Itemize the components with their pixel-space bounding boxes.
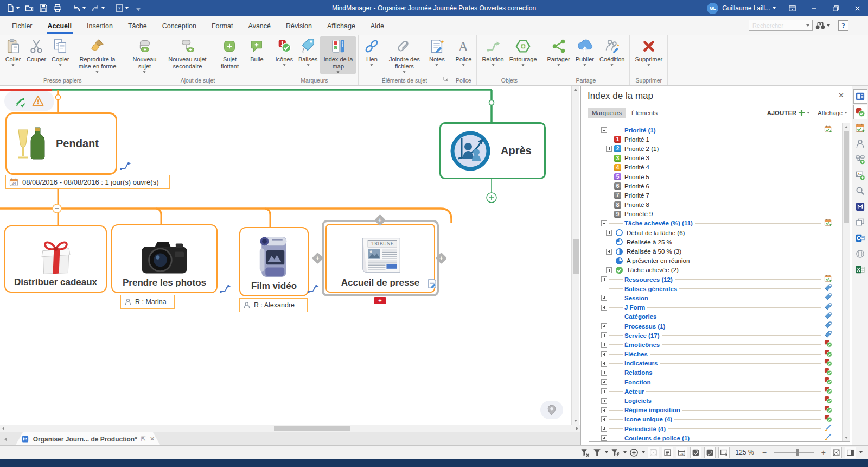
user-name[interactable]: Guillaume Laill... bbox=[722, 4, 770, 12]
undo-button[interactable] bbox=[69, 0, 88, 16]
panel-close-icon[interactable]: ✕ bbox=[838, 91, 844, 99]
tree-group-processus-1[interactable]: Processus (1) bbox=[589, 321, 850, 331]
search-input[interactable] bbox=[749, 20, 813, 31]
add-subtopic-badge[interactable]: + bbox=[374, 297, 386, 304]
tree-item-realisee-a-25[interactable]: Réalisée à 25 % bbox=[589, 237, 850, 247]
relationship-icon[interactable] bbox=[219, 283, 231, 296]
tree-group-emoticones[interactable]: Émoticônes bbox=[589, 340, 850, 349]
resource-marina[interactable]: R : Marina bbox=[120, 295, 175, 309]
map-canvas[interactable]: Pendant 24 08/08/2016 - 08/08/2016 : 1 j… bbox=[0, 86, 580, 425]
tree-group-indicateurs[interactable]: Indicateurs bbox=[589, 359, 850, 368]
balises-button[interactable]: Balises bbox=[296, 36, 320, 67]
icones-button[interactable]: 1Icônes bbox=[272, 36, 295, 67]
find-button[interactable] bbox=[815, 21, 830, 30]
tree-group-couleurs-de-police-1[interactable]: Couleurs de police (1) bbox=[589, 433, 850, 442]
topic-prendre-les-photos[interactable]: Prendre les photos bbox=[111, 224, 218, 293]
tag-blue-icon[interactable] bbox=[824, 283, 832, 294]
panel-layout-button[interactable] bbox=[845, 447, 856, 458]
expand-icon[interactable] bbox=[601, 388, 607, 394]
lien-button[interactable]: Lien bbox=[361, 36, 382, 67]
search-dropdown-icon[interactable] bbox=[806, 24, 809, 27]
tree-item-priorite-4[interactable]: 4Priorité 4 bbox=[589, 163, 850, 172]
marker-set-icon[interactable] bbox=[824, 414, 832, 425]
expand-icon[interactable] bbox=[606, 230, 612, 236]
tree-item-a-presenter-en-reunion[interactable]: A présenter en réunion bbox=[589, 256, 850, 266]
resources-panel-button[interactable] bbox=[853, 136, 867, 151]
index-de-la-map-button[interactable]: Index de la map bbox=[320, 36, 356, 74]
scroll-right-icon[interactable] bbox=[576, 427, 578, 430]
tree-scrollbar[interactable] bbox=[842, 123, 850, 441]
tree-group-priorite-1[interactable]: Priorité (1) bbox=[589, 125, 850, 135]
tree-group-session[interactable]: Session bbox=[589, 293, 850, 302]
markers-panel-button[interactable] bbox=[853, 105, 867, 119]
reproduire-la-mise-en-forme-button[interactable]: Reproduire la mise en forme bbox=[72, 36, 123, 74]
tab-nav-left-icon[interactable] bbox=[4, 437, 7, 441]
joindre-des-fichiers-button[interactable]: Joindre des fichiers bbox=[382, 36, 426, 74]
tab-affichage[interactable]: Affichage bbox=[320, 18, 363, 35]
tree-group-logiciels[interactable]: Logiciels bbox=[589, 396, 850, 405]
tree-group-categories[interactable]: Catégories bbox=[589, 312, 850, 321]
user-menu-chevron-icon[interactable] bbox=[773, 7, 776, 9]
tree-item-debut-de-la-tache-6[interactable]: Début de la tâche (6) bbox=[589, 228, 850, 237]
tree-group-j-form[interactable]: J Form bbox=[589, 303, 850, 312]
expand-icon[interactable] bbox=[601, 323, 607, 329]
topic-apres[interactable]: Après bbox=[439, 122, 546, 179]
tree-item-priorite-6[interactable]: 6Priorité 6 bbox=[589, 181, 850, 191]
tab-fichier[interactable]: Fichier bbox=[4, 18, 40, 35]
bulle-button[interactable]: Bulle bbox=[246, 36, 267, 64]
outlook-panel-button[interactable] bbox=[853, 231, 867, 245]
collapse-icon[interactable] bbox=[601, 220, 607, 226]
expand-icon[interactable] bbox=[601, 426, 607, 432]
tag-blue-icon[interactable] bbox=[824, 330, 832, 340]
tag-mode-button[interactable] bbox=[690, 447, 701, 458]
ribbon-display-options-button[interactable] bbox=[781, 0, 803, 16]
pen-mode-button[interactable] bbox=[704, 447, 716, 458]
add-marker-button[interactable]: AJOUTER bbox=[767, 110, 797, 116]
tree-item-realisee-a-50-3[interactable]: Réalisée à 50 % (3) bbox=[589, 247, 850, 256]
excel-panel-button[interactable] bbox=[853, 262, 867, 277]
expand-icon[interactable] bbox=[601, 370, 607, 376]
help-button[interactable]: ? bbox=[838, 20, 848, 31]
police-button[interactable]: APolice bbox=[452, 36, 474, 67]
filter-button[interactable] bbox=[592, 448, 602, 457]
schedule-view-button[interactable]: 24 bbox=[676, 447, 687, 458]
partager-button[interactable]: Partager bbox=[545, 36, 573, 67]
notes-indicator-icon[interactable] bbox=[427, 279, 437, 291]
tree-item-tache-achevee-2[interactable]: Tâche achevée (2) bbox=[589, 266, 850, 275]
canvas-vertical-scrollbar[interactable] bbox=[571, 86, 579, 425]
tree-group-periodicite-4[interactable]: Périodicité (4) bbox=[589, 424, 850, 433]
tree-group-regime-imposition[interactable]: Régime imposition bbox=[589, 406, 850, 415]
filter-remove-button[interactable] bbox=[580, 448, 590, 457]
tree-group-tache-achevee-11[interactable]: Tâche achevée (%) (11) bbox=[589, 219, 850, 228]
scroll-up-icon[interactable] bbox=[845, 126, 848, 128]
expand-icon[interactable] bbox=[601, 379, 607, 385]
scroll-down-icon[interactable] bbox=[845, 437, 848, 439]
entourage-button[interactable]: Entourage bbox=[507, 36, 540, 67]
expand-icon[interactable] bbox=[601, 332, 607, 338]
expand-icon[interactable] bbox=[601, 361, 607, 367]
topic-accueil-de-presse[interactable]: TRIBUNE Accueil de presse bbox=[326, 224, 435, 293]
tree-item-priorite-1[interactable]: 1Priorité 1 bbox=[589, 135, 850, 144]
tab-close-icon[interactable]: ✕ bbox=[150, 436, 155, 443]
expand-icon[interactable] bbox=[606, 267, 612, 273]
tree-item-priorite-5[interactable]: 5Priorité 5 bbox=[589, 172, 850, 181]
marker-set-icon[interactable] bbox=[824, 386, 832, 396]
tree-group-ressources-12[interactable]: Ressources (12) bbox=[589, 275, 850, 284]
dialog-launcher-icon[interactable] bbox=[443, 73, 448, 83]
calendar-add-icon[interactable] bbox=[824, 274, 832, 285]
supprimer-button[interactable]: Supprimer bbox=[632, 36, 665, 67]
calendar-add-icon[interactable] bbox=[824, 218, 832, 229]
tree-group-fleches[interactable]: Flèches bbox=[589, 350, 850, 359]
tag-blue-icon[interactable] bbox=[824, 321, 832, 331]
customize-toolbar-button[interactable] bbox=[131, 0, 145, 16]
scrollbar-thumb[interactable] bbox=[274, 426, 350, 431]
tag-blue-icon[interactable] bbox=[824, 293, 832, 303]
tree-item-priorite-2-1[interactable]: 2Priorité 2 (1) bbox=[589, 144, 850, 153]
snapshot-panel-button[interactable] bbox=[853, 199, 867, 214]
tab-aide[interactable]: Aide bbox=[363, 18, 392, 35]
warning-triangle-icon[interactable] bbox=[31, 94, 44, 108]
marker-set-icon[interactable] bbox=[824, 396, 832, 406]
scrollbar-thumb[interactable] bbox=[844, 131, 849, 223]
add-topic-circle-button[interactable] bbox=[629, 448, 639, 457]
relation-button[interactable]: Relation bbox=[479, 36, 506, 67]
